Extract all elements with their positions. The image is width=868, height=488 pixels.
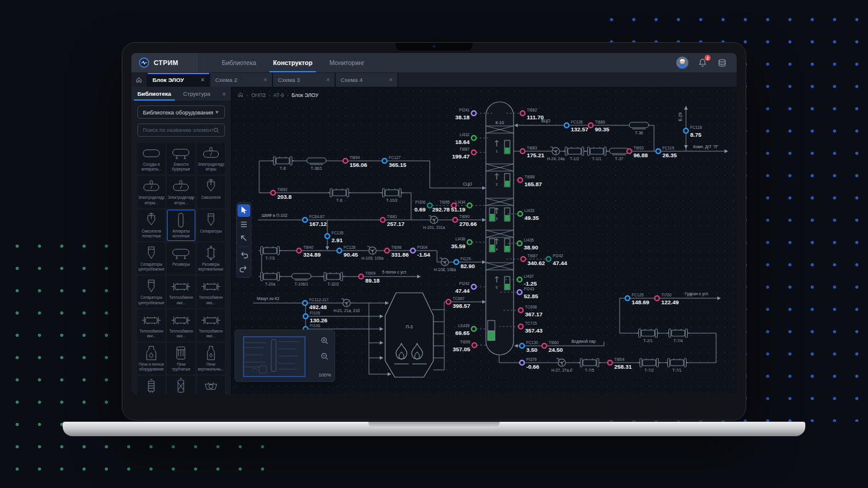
instrument-PI306[interactable]: PI3060.69 [415,200,432,213]
instrument-FC125[interactable]: FC125148.69 [625,293,649,305]
equipment-item-24[interactable]: Аппараты воздушного... [197,376,225,395]
tab-close-icon[interactable]: × [201,77,204,83]
equipment-item-5[interactable]: Электродегидр аторы... [167,176,195,207]
heat-exchanger-symbol[interactable] [259,246,281,255]
heat-exchanger-symbol[interactable] [665,358,688,367]
instrument-FC127[interactable]: FC127365.15 [382,155,407,168]
instrument-TI682[interactable]: TI682111.70 [520,108,544,120]
data-layers-button[interactable] [717,58,727,67]
heat-exchanger-symbol[interactable] [667,329,690,337]
heat-exchanger-symbol[interactable] [585,147,608,155]
search-input[interactable] [143,127,213,133]
instrument-TC667[interactable]: TC667398.57 [446,296,470,309]
instrument-FC84-87[interactable]: FC84-87167.12 [303,214,327,227]
instrument-TI690[interactable]: TI690270.66 [453,214,477,227]
instrument-FI129[interactable]: FI12982.90 [454,257,475,269]
pointer-nw-button[interactable] [237,232,250,245]
equipment-item-10[interactable]: Сепараторы центробежные [137,243,165,274]
nav-item-3[interactable]: Мониторинг [321,53,373,72]
instrument-TI693[interactable]: TI69396.88 [627,146,648,158]
instrument-TI660[interactable]: TI66024.50 [542,340,563,353]
pump-symbol[interactable] [550,147,559,155]
instrument-LI432[interactable]: LI43218.64 [455,133,476,145]
instrument-TI688[interactable]: TI688165.87 [518,175,542,187]
home-tab-button[interactable] [131,73,148,87]
zoom-in-button[interactable] [319,335,330,346]
heat-exchanger-symbol[interactable] [578,358,601,367]
instrument-TC698[interactable]: TC698367.17 [518,305,542,318]
nav-item-1[interactable]: Библиотека [213,53,265,72]
redo-button[interactable] [237,263,250,275]
notifications-button[interactable]: 2 [698,58,708,67]
instrument-LI437[interactable]: LI437-1.25 [517,274,537,287]
tab-close-icon[interactable]: × [326,77,330,83]
tab-close-icon[interactable]: × [389,77,392,83]
layers-list-button[interactable] [237,218,250,231]
instrument-FC118[interactable]: FC1188.75 [684,125,702,138]
tab-close-icon[interactable]: × [263,77,267,83]
instrument-LI434[interactable]: LI43451.19 [451,200,472,213]
document-tab-2[interactable]: Схема 2× [210,73,273,87]
equipment-item-8[interactable]: Аппараты колонные [167,210,195,241]
instrument-TI804[interactable]: TI804258.31 [608,357,632,370]
equipment-item-20[interactable]: Печи трубчатые [167,343,195,374]
instrument-PI379[interactable]: PI379-0.66 [520,357,539,370]
instrument-TI698[interactable]: TI698331.86 [385,245,409,258]
sidebar-tab-1[interactable]: Библиотека [131,87,177,101]
instrument-TI687[interactable]: TI687340.62 [521,254,545,266]
equipment-item-23[interactable]: Воздухоподогр еватели... [167,376,195,395]
instrument-FC112-117[interactable]: FC112-117492.48 [303,298,329,310]
sidebar-tab-2[interactable]: Структура [177,87,216,101]
instrument-FC119[interactable]: FC11926.35 [656,146,677,158]
instrument-TI683[interactable]: TI683175.21 [520,146,545,158]
instrument-TI909[interactable]: TI90989.18 [359,271,380,284]
equipment-item-4[interactable]: Электродегидр аторы... [137,176,165,207]
instrument-TI681[interactable]: TI681257.17 [380,214,404,227]
air-cooler-symbol[interactable] [629,122,649,129]
column-k10[interactable]: К-1012345 [486,102,514,355]
instrument-TC715[interactable]: TC715357.43 [518,321,542,334]
equipment-item-14[interactable]: Теплообменн ики... [167,276,195,307]
avatar[interactable] [676,57,688,69]
pump-symbol[interactable] [429,216,438,224]
instrument-PI242[interactable]: PI24247.44 [455,281,476,294]
instrument-TI694[interactable]: TI694156.06 [343,155,367,168]
instrument-TI686[interactable]: TI68690.35 [588,120,609,133]
equipment-item-16[interactable]: Теплообменн ики... [137,310,165,341]
heat-exchanger-symbol[interactable] [380,189,403,197]
air-cooler-symbol[interactable] [292,274,311,280]
heat-exchanger-symbol[interactable] [259,272,281,281]
equipment-item-7[interactable]: Смесители лопастные [137,210,165,241]
furnace-p3[interactable]: П-3 [385,293,433,377]
instrument-PI304[interactable]: PI304-1.54 [410,245,430,258]
instrument-LS439[interactable]: LS43969.65 [455,324,476,336]
instrument-PI241[interactable]: PI24138.18 [455,108,476,120]
pump-symbol[interactable] [367,246,376,254]
breadcrumb-home-icon[interactable] [237,92,244,99]
heat-exchanger-symbol[interactable] [322,272,345,281]
document-tab-1[interactable]: Блок ЭЛОУ× [148,73,210,87]
library-type-dropdown[interactable]: Библиотека оборудования ▼ [137,105,225,119]
pump-symbol[interactable] [341,299,350,307]
equipment-item-19[interactable]: Печи и печное оборудование [137,343,165,374]
equipment-item-15[interactable]: Теплообменн ики... [197,276,225,307]
document-tab-4[interactable]: Схема 4× [336,73,398,87]
equipment-item-17[interactable]: Теплообменн ики... [167,310,195,341]
heat-exchanger-symbol[interactable] [271,157,294,165]
equipment-item-9[interactable]: Сепараторы [197,210,225,241]
instrument-TI687[interactable]: TI687199.47 [452,147,476,160]
instrument-PI243[interactable]: PI24352.85 [517,287,538,299]
undo-button[interactable] [237,249,250,261]
equipment-item-21[interactable]: Печи вертикальны... [197,343,225,374]
heat-exchanger-symbol[interactable] [328,189,351,197]
pump-symbol[interactable] [439,258,448,266]
equipment-item-2[interactable]: Емкости буферные [167,143,195,174]
equipment-item-13[interactable]: Сепараторы центробежные [137,276,165,307]
equipment-item-6[interactable]: Смесители [197,176,225,207]
minimap-viewport[interactable] [244,337,305,377]
select-tool-button[interactable] [237,204,250,217]
instrument-LI433[interactable]: LI43349.35 [518,208,539,221]
air-cooler-symbol[interactable] [609,148,629,155]
heat-exchanger-symbol[interactable] [638,358,661,367]
instrument-TI840[interactable]: TI840324.89 [297,245,321,258]
